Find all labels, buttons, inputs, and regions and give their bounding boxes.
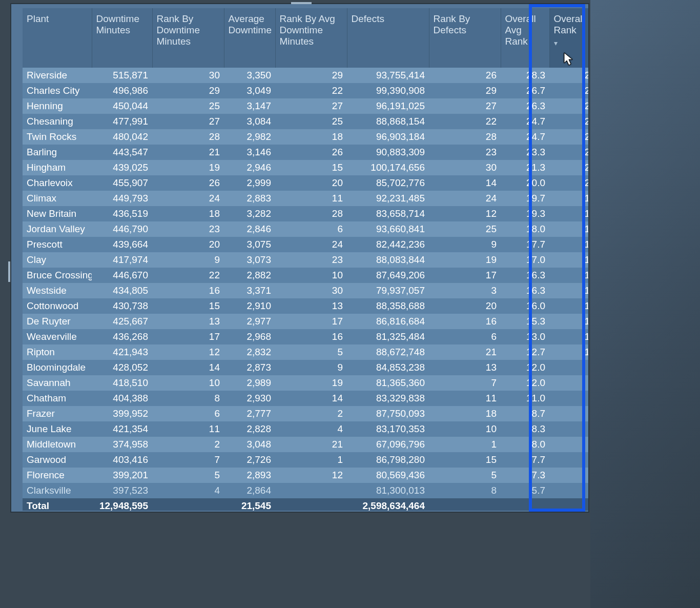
cell-value: 90,883,309 xyxy=(347,145,429,160)
table-row[interactable]: Garwood403,41672,726186,798,280157.74 xyxy=(23,452,588,468)
table-row[interactable]: Hingham439,025192,94615100,174,6563021.3… xyxy=(23,160,588,175)
cell-value: 418,510 xyxy=(92,375,152,391)
cell-plant: Climax xyxy=(23,191,92,206)
cell-value: 6 xyxy=(152,406,224,421)
table-row[interactable]: Riverside515,871303,3502993,755,4142628.… xyxy=(23,68,588,83)
col-header-rank-avg-downtime[interactable]: Rank By Avg Downtime Minutes xyxy=(275,8,347,68)
cell-value: 443,547 xyxy=(92,145,152,160)
cell-value: 20 xyxy=(429,298,501,314)
col-header-downtime-minutes[interactable]: Downtime Minutes xyxy=(92,8,152,68)
cell-value: 21 xyxy=(549,160,588,175)
table-row[interactable]: Clay417,97493,0732388,083,8441917.015 xyxy=(23,252,588,268)
cell-value: 17.7 xyxy=(501,237,549,252)
cell-value: 20 xyxy=(549,175,588,191)
table-row[interactable]: Savannah418,510102,9891981,365,360712.09 xyxy=(23,375,588,391)
cell-value: 27 xyxy=(275,98,347,114)
table-row[interactable]: Chesaning477,991273,0842588,868,1542224.… xyxy=(23,114,588,129)
col-header-overall-rank[interactable]: Overall Rank ▾ xyxy=(549,8,588,68)
cell-value: 9 xyxy=(429,237,501,252)
table-row[interactable]: Frazer399,95262,777287,750,093188.77 xyxy=(23,406,588,421)
cell-value: 18.0 xyxy=(501,221,549,237)
cell-plant: Florence xyxy=(23,468,92,483)
cell-value: 2,930 xyxy=(224,391,275,406)
col-header-defects[interactable]: Defects xyxy=(347,8,429,68)
cell-value: 7 xyxy=(152,452,224,468)
cell-value: 29 xyxy=(275,68,347,83)
table-row[interactable]: Twin Rocks480,042282,9821896,903,1842824… xyxy=(23,129,588,145)
cell-value: 92,231,485 xyxy=(347,191,429,206)
cell-value: 19.3 xyxy=(501,206,549,221)
total-value xyxy=(152,498,224,511)
table-row[interactable]: Henning450,044253,1472796,191,0252726.32… xyxy=(23,98,588,114)
cell-value: 399,201 xyxy=(92,468,152,483)
cell-value: 3,048 xyxy=(224,437,275,452)
table-row[interactable]: Weaverville436,268172,9681681,325,484613… xyxy=(23,329,588,344)
table-row[interactable]: Charlevoix455,907262,9992085,702,7761420… xyxy=(23,175,588,191)
table-row[interactable]: New Britain436,519183,2822883,658,714121… xyxy=(23,206,588,221)
cell-value: 5 xyxy=(549,437,588,452)
cell-plant: Riverside xyxy=(23,68,92,83)
total-value xyxy=(549,498,588,511)
cell-value: 88,358,688 xyxy=(347,298,429,314)
cell-value: 25 xyxy=(549,83,588,98)
cell-value: 24.7 xyxy=(501,129,549,145)
table-row[interactable]: Jordan Valley446,790232,846693,660,84125… xyxy=(23,221,588,237)
col-header-avg-downtime[interactable]: Average Downtime xyxy=(224,8,275,68)
table-row-partial[interactable]: Clarksville397,52342,86481,300,01385.72 xyxy=(23,483,588,498)
cell-value: 83,329,838 xyxy=(347,391,429,406)
table-row[interactable]: Prescott439,664203,0752482,442,236917.71… xyxy=(23,237,588,252)
cell-value: 79,937,057 xyxy=(347,283,429,298)
col-header-overall-avg-rank[interactable]: Overall Avg Rank xyxy=(501,8,549,68)
cell-value: 30 xyxy=(152,68,224,83)
cell-value: 17 xyxy=(275,314,347,329)
cell-value: 84,853,238 xyxy=(347,360,429,375)
table-row[interactable]: Charles City496,986293,0492299,390,90829… xyxy=(23,83,588,98)
cell-plant: Cottonwood xyxy=(23,298,92,314)
cell-value: 477,991 xyxy=(92,114,152,129)
cell-plant: New Britain xyxy=(23,206,92,221)
cell-value: 24.7 xyxy=(501,114,549,129)
cell-value: 2 xyxy=(549,483,588,498)
cell-value: 23 xyxy=(429,145,501,160)
cell-plant: Bruce Crossing xyxy=(23,268,92,283)
table-row[interactable]: Middletown374,95823,0482167,096,79618.05 xyxy=(23,437,588,452)
cell-value: 22 xyxy=(429,114,501,129)
cell-value: 12.7 xyxy=(501,344,549,360)
cell-plant: Henning xyxy=(23,98,92,114)
cell-value: 449,793 xyxy=(92,191,152,206)
table-row[interactable]: Florence399,20152,8931280,569,43657.33 xyxy=(23,468,588,483)
cell-value: 26.3 xyxy=(501,98,549,114)
cell-value: 26 xyxy=(152,175,224,191)
cell-plant: Charlevoix xyxy=(23,175,92,191)
cell-value: 8 xyxy=(429,483,501,498)
cell-value: 88,868,154 xyxy=(347,114,429,129)
cell-value: 2 xyxy=(275,406,347,421)
table-row[interactable]: Ripton421,943122,832588,672,7482112.710 xyxy=(23,344,588,360)
cell-value: 24 xyxy=(152,191,224,206)
cell-value: 19 xyxy=(549,191,588,206)
table-row[interactable]: Westside434,805163,3713079,937,057316.31… xyxy=(23,283,588,298)
table-row[interactable]: De Ruyter425,667132,9771786,816,6841615.… xyxy=(23,314,588,329)
table-row[interactable]: Climax449,793242,8831192,231,4852419.719 xyxy=(23,191,588,206)
cell-value: 14 xyxy=(275,391,347,406)
table-row[interactable]: Chatham404,38882,9301483,329,8381111.08 xyxy=(23,391,588,406)
table-row[interactable]: Cottonwood430,738152,9101388,358,6882016… xyxy=(23,298,588,314)
cell-value: 6 xyxy=(549,421,588,437)
table-row[interactable]: June Lake421,354112,828483,170,353108.36 xyxy=(23,421,588,437)
cell-value: 2,864 xyxy=(224,483,275,498)
table-row[interactable]: Bruce Crossing446,670222,8821087,649,206… xyxy=(23,268,588,283)
cell-value: 22 xyxy=(152,268,224,283)
cell-value: 26 xyxy=(549,68,588,83)
cell-value: 6 xyxy=(429,329,501,344)
col-header-rank-downtime[interactable]: Rank By Downtime Minutes xyxy=(152,8,224,68)
table-row[interactable]: Barling443,547213,1462690,883,3092323.32… xyxy=(23,145,588,160)
total-value xyxy=(501,498,549,511)
col-header-plant[interactable]: Plant xyxy=(23,8,92,68)
cell-value: 16 xyxy=(549,237,588,252)
table-scroll-area[interactable]: Plant Downtime Minutes Rank By Downtime … xyxy=(11,4,588,511)
table-row[interactable]: Bloomingdale428,052142,873984,853,238131… xyxy=(23,360,588,375)
resize-grip-left[interactable] xyxy=(8,261,10,282)
col-header-rank-defects[interactable]: Rank By Defects xyxy=(429,8,501,68)
cell-value: 21 xyxy=(429,344,501,360)
cell-value: 5 xyxy=(429,468,501,483)
